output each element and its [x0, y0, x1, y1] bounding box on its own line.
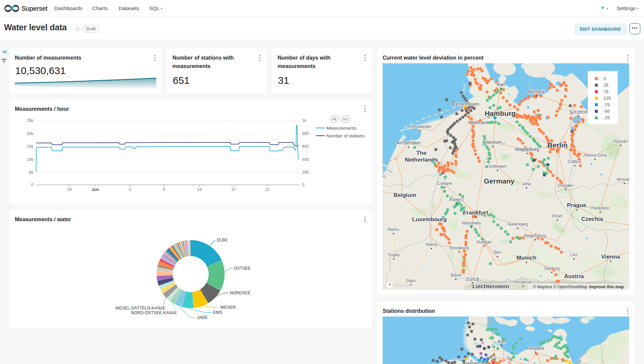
svg-text:Plzeň: Plzeň: [552, 214, 562, 219]
svg-text:WESER: WESER: [220, 305, 236, 310]
svg-text:Austria: Austria: [564, 273, 584, 279]
svg-text:Troyes: Troyes: [388, 253, 400, 257]
svg-text:20k: 20k: [27, 131, 34, 136]
svg-text:© Mapbox © OpenStreetMap: © Mapbox © OpenStreetMap: [533, 285, 587, 289]
svg-text:NORDSEE: NORDSEE: [230, 291, 251, 295]
svg-text:-25: -25: [604, 115, 610, 120]
svg-text:0: 0: [604, 76, 606, 81]
svg-text:Bremerhaven: Bremerhaven: [451, 101, 479, 107]
svg-text:Vienna: Vienna: [601, 254, 620, 260]
svg-text:200: 200: [302, 170, 309, 175]
svg-text:Regensburg: Regensburg: [524, 233, 546, 238]
svg-text:Improve this map: Improve this map: [589, 285, 624, 289]
svg-text:Koblenz: Koblenz: [449, 197, 463, 202]
svg-text:9: 9: [163, 187, 165, 192]
svg-text:Poznań: Poznań: [614, 139, 628, 144]
svg-text:mapbox: mapbox: [394, 283, 411, 288]
svg-text:Hanover: Hanover: [484, 139, 502, 145]
svg-text:Zurich: Zurich: [466, 276, 479, 282]
svg-text:The: The: [416, 150, 426, 156]
svg-text:13: 13: [197, 187, 202, 192]
svg-text:Measurements: Measurements: [326, 126, 357, 131]
svg-text:Salzburg: Salzburg: [544, 266, 559, 271]
svg-text:Wrocław: Wrocław: [617, 177, 629, 182]
svg-text:Hamburg: Hamburg: [485, 109, 516, 117]
svg-text:Cologne: Cologne: [437, 181, 452, 186]
svg-text:Rostock: Rostock: [528, 89, 545, 94]
svg-text:Belgium: Belgium: [393, 192, 416, 198]
svg-text:ELBE: ELBE: [217, 238, 228, 242]
svg-text:1k: 1k: [302, 118, 307, 123]
svg-text:JADE: JADE: [197, 315, 208, 320]
svg-text:Prague: Prague: [567, 202, 586, 208]
svg-text:Nuremberg: Nuremberg: [508, 222, 528, 227]
svg-text:Number of stations: Number of stations: [326, 133, 365, 138]
svg-text:5k: 5k: [29, 170, 34, 175]
svg-text:15k: 15k: [27, 144, 34, 149]
svg-text:WESEL-DATTELN-KANAL: WESEL-DATTELN-KANAL: [115, 306, 165, 310]
svg-text:0: 0: [302, 183, 304, 187]
svg-text:29: 29: [67, 187, 72, 192]
svg-text:5: 5: [129, 187, 131, 192]
svg-text:Kiel: Kiel: [497, 82, 505, 87]
svg-text:-50: -50: [604, 109, 610, 114]
svg-text:75: 75: [604, 89, 608, 94]
svg-text:NORD-OSTSEE-KANAL: NORD-OSTSEE-KANAL: [131, 310, 177, 315]
svg-text:Frankfurt: Frankfurt: [463, 209, 488, 216]
svg-text:25: 25: [604, 82, 608, 88]
svg-text:Leeuwarden: Leeuwarden: [409, 124, 431, 129]
svg-text:Magdeburg: Magdeburg: [515, 146, 539, 152]
svg-text:Luxembourg: Luxembourg: [412, 216, 447, 223]
svg-text:es: es: [383, 174, 386, 179]
svg-text:25k: 25k: [27, 118, 34, 123]
svg-text:800: 800: [302, 131, 309, 136]
svg-text:Dresden: Dresden: [558, 183, 573, 188]
svg-text:125: 125: [604, 96, 611, 101]
svg-text:Szczecin: Szczecin: [569, 109, 588, 114]
svg-text:600: 600: [302, 144, 309, 149]
svg-text:10k: 10k: [27, 157, 34, 162]
svg-text:Pardubice: Pardubice: [591, 206, 609, 210]
svg-text:Nancy: Nancy: [426, 242, 437, 247]
svg-text:400: 400: [302, 157, 309, 162]
svg-text:Innsbruck: Innsbruck: [514, 280, 532, 285]
svg-text:Netherlands: Netherlands: [405, 157, 438, 163]
svg-text:Liechtenstein: Liechtenstein: [472, 283, 509, 290]
svg-text:Germany: Germany: [484, 177, 514, 185]
svg-text:Ulm: Ulm: [494, 250, 501, 255]
svg-text:All: All: [332, 117, 336, 122]
svg-text:-75: -75: [604, 102, 610, 107]
svg-text:Mannheim: Mannheim: [462, 221, 481, 226]
svg-text:Rostock: Rostock: [527, 345, 545, 351]
svg-text:Strasbourg: Strasbourg: [449, 245, 469, 250]
svg-text:Zielona Góra: Zielona Góra: [583, 153, 607, 158]
svg-text:Inv: Inv: [343, 117, 348, 122]
svg-text:EMS: EMS: [213, 310, 222, 315]
svg-text:Bremen: Bremen: [470, 120, 487, 125]
svg-text:Berlin: Berlin: [547, 141, 568, 149]
svg-text:Cottbus: Cottbus: [568, 159, 581, 164]
svg-text:Basel: Basel: [451, 273, 461, 277]
svg-text:21: 21: [265, 187, 270, 192]
svg-text:OSTSEE: OSTSEE: [234, 266, 251, 271]
svg-text:Jun: Jun: [92, 187, 99, 192]
svg-text:17: 17: [231, 187, 236, 192]
svg-text:Czechia: Czechia: [581, 216, 603, 222]
svg-text:Amsterdam: Amsterdam: [396, 140, 421, 145]
svg-text:Göttingen: Göttingen: [489, 164, 506, 169]
svg-text:Stuttgart: Stuttgart: [476, 240, 492, 244]
svg-text:Jena: Jena: [522, 181, 531, 186]
svg-text:Munich: Munich: [516, 255, 537, 261]
svg-text:Linz: Linz: [570, 253, 578, 257]
svg-text:0: 0: [31, 183, 33, 187]
svg-text:Reims: Reims: [388, 227, 399, 232]
